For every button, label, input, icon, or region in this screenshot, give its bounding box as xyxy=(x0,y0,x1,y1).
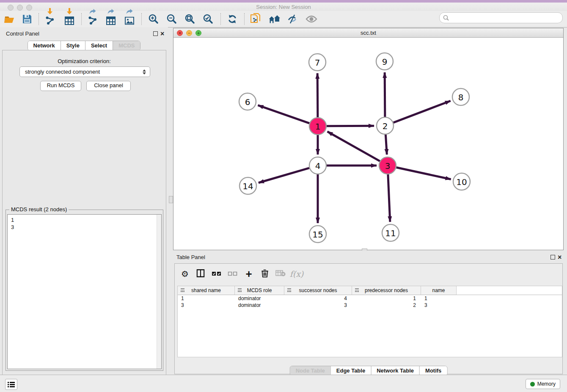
add-column-icon[interactable]: + xyxy=(245,270,252,278)
node-table-container: ⚙ + f(x) shared nameMCDS rolesuccessor n… xyxy=(174,263,563,374)
list-icon xyxy=(8,382,15,387)
search-box[interactable] xyxy=(439,12,563,23)
tab-edge-table[interactable]: Edge Table xyxy=(330,366,371,375)
graph-edge-1-7[interactable] xyxy=(317,73,318,117)
network-view-window: × − + scc.txt 7968124314101511 xyxy=(173,28,564,250)
mcds-result-title: MCDS result (2 nodes) xyxy=(9,206,69,213)
float-panel-icon[interactable] xyxy=(153,31,158,36)
task-history-button[interactable] xyxy=(5,379,17,390)
toolbar-separator xyxy=(141,13,142,25)
result-scrollbar[interactable] xyxy=(157,215,161,369)
tab-network-table[interactable]: Network Table xyxy=(371,366,419,375)
mcds-result-line: 3 xyxy=(11,224,14,231)
close-table-panel-icon[interactable]: × xyxy=(558,255,561,259)
hide-graphics-details-icon[interactable] xyxy=(286,12,300,26)
column-header-MCDS-role[interactable]: MCDS role xyxy=(235,286,284,295)
close-panel-button[interactable]: Close panel xyxy=(86,81,131,91)
graph-edge-2-8[interactable] xyxy=(394,101,451,122)
column-header-successor-nodes[interactable]: successor nodes xyxy=(284,286,352,295)
table-cell: 3 xyxy=(421,302,457,309)
graph-edge-2-3[interactable] xyxy=(385,135,387,155)
attribute-icon xyxy=(287,288,292,293)
graph-node-label: 7 xyxy=(315,58,320,68)
tab-mcds[interactable]: MCDS xyxy=(113,41,140,50)
import-table-icon[interactable] xyxy=(62,12,77,26)
delete-table-icon[interactable] xyxy=(275,270,286,278)
memory-label: Memory xyxy=(537,381,556,387)
table-cell: dominator xyxy=(235,302,284,309)
zoom-fit-icon[interactable] xyxy=(183,12,197,26)
table-row[interactable]: 3dominator323 xyxy=(178,302,562,309)
mcds-result-textarea[interactable]: 13 xyxy=(7,214,162,369)
graph-node-label: 8 xyxy=(458,92,464,102)
column-visibility-icon[interactable] xyxy=(197,269,205,279)
export-table-icon[interactable] xyxy=(104,12,118,26)
tab-style[interactable]: Style xyxy=(61,41,85,50)
tab-network[interactable]: Network xyxy=(28,41,61,50)
graph-node-label: 10 xyxy=(456,177,467,187)
graph-edge-2-9[interactable] xyxy=(385,72,385,117)
optimization-select[interactable]: strongly connected component xyxy=(19,66,150,77)
graph-edge-4-14[interactable] xyxy=(259,168,309,183)
export-network-icon[interactable] xyxy=(85,12,100,26)
attribute-icon xyxy=(180,288,185,293)
tab-node-table[interactable]: Node Table xyxy=(290,366,330,375)
open-session-icon[interactable] xyxy=(2,12,17,26)
graph-edge-3-10[interactable] xyxy=(396,167,451,179)
node-table[interactable]: shared nameMCDS rolesuccessor nodesprede… xyxy=(177,286,562,357)
export-image-icon[interactable] xyxy=(122,12,137,26)
graph-node-label: 15 xyxy=(312,229,323,240)
select-stepper-icon xyxy=(140,69,148,75)
network-graph[interactable]: 7968124314101511 xyxy=(173,37,563,250)
search-input[interactable] xyxy=(449,15,562,21)
column-header-predecessor-nodes[interactable]: predecessor nodes xyxy=(352,286,421,295)
vertical-splitter-handle[interactable] xyxy=(169,196,173,203)
graph-edge-1-2[interactable] xyxy=(327,126,374,126)
toolbar-separator xyxy=(39,13,39,25)
run-mcds-button[interactable]: Run MCDS xyxy=(40,81,81,91)
close-panel-icon[interactable]: × xyxy=(160,31,164,36)
delete-column-icon[interactable] xyxy=(261,269,269,279)
main-toolbar xyxy=(0,11,567,28)
graph-edge-3-1[interactable] xyxy=(328,132,380,161)
import-network-icon[interactable] xyxy=(43,12,57,26)
column-header-shared-name[interactable]: shared name xyxy=(178,286,235,295)
refresh-icon[interactable] xyxy=(225,12,239,26)
tab-motifs[interactable]: Motifs xyxy=(419,366,447,375)
zoom-selected-icon[interactable] xyxy=(201,12,215,26)
graph-edge-3-11[interactable] xyxy=(388,174,390,222)
home-icon[interactable] xyxy=(267,12,282,26)
show-graphics-details-icon[interactable] xyxy=(304,12,319,26)
toolbar-separator xyxy=(244,13,245,25)
toolbar-separator xyxy=(81,13,82,25)
network-canvas[interactable]: 7968124314101511 xyxy=(173,37,563,250)
save-session-icon[interactable] xyxy=(20,12,34,26)
attribute-icon xyxy=(355,288,359,293)
table-toolbar: ⚙ + f(x) xyxy=(175,264,562,284)
graph-edge-1-6[interactable] xyxy=(258,105,310,123)
graph-node-label: 6 xyxy=(245,97,250,107)
status-bar: Memory xyxy=(0,375,567,392)
deselect-all-icon[interactable] xyxy=(228,271,238,277)
table-cell: 3 xyxy=(178,302,235,309)
control-panel-title: Control Panel xyxy=(6,30,39,37)
mcds-result-line: 1 xyxy=(11,216,14,224)
select-all-icon[interactable] xyxy=(212,271,222,277)
open-network-file-icon[interactable] xyxy=(249,12,263,26)
zoom-in-icon[interactable] xyxy=(146,12,161,26)
table-cell: 3 xyxy=(284,302,352,309)
memory-button[interactable]: Memory xyxy=(526,379,560,389)
column-header-name[interactable]: name xyxy=(421,286,457,295)
toolbar-separator xyxy=(220,13,221,25)
table-row[interactable]: 1dominator411 xyxy=(178,295,562,302)
float-table-panel-icon[interactable] xyxy=(550,255,555,259)
function-builder-icon[interactable]: f(x) xyxy=(290,269,304,279)
table-options-icon[interactable]: ⚙ xyxy=(181,270,189,278)
graph-node-label: 3 xyxy=(385,161,391,171)
network-window-titlebar[interactable]: × − + scc.txt xyxy=(173,28,563,38)
mcds-result-lines: 13 xyxy=(11,216,14,231)
tab-select[interactable]: Select xyxy=(85,41,113,50)
control-panel: Control Panel × NetworkStyleSelectMCDS O… xyxy=(0,27,168,375)
optimization-select-value: strongly connected component xyxy=(20,69,140,75)
zoom-out-icon[interactable] xyxy=(165,12,179,26)
